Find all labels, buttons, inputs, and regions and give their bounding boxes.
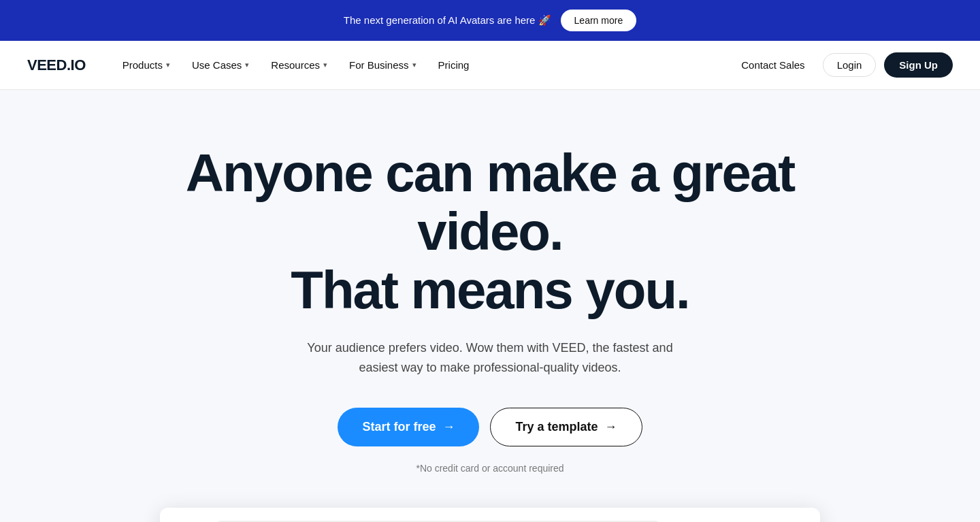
hero-title-line2: That means you. bbox=[291, 260, 689, 320]
announcement-bar: The next generation of AI Avatars are he… bbox=[0, 0, 980, 41]
login-button[interactable]: Login bbox=[823, 53, 877, 77]
no-credit-card-text: *No credit card or account required bbox=[416, 463, 564, 474]
editor-preview-bar: ↩ ↪ Export ↓ bbox=[160, 508, 820, 522]
chevron-down-icon: ▾ bbox=[323, 61, 327, 69]
nav-item-for-business[interactable]: For Business ▾ bbox=[340, 54, 426, 76]
try-a-template-label: Try a template bbox=[515, 420, 598, 434]
announcement-learn-more-button[interactable]: Learn more bbox=[561, 10, 637, 31]
nav-links: Products ▾ Use Cases ▾ Resources ▾ For B… bbox=[113, 54, 732, 76]
contact-sales-button[interactable]: Contact Sales bbox=[732, 54, 814, 76]
start-for-free-label: Start for free bbox=[362, 420, 436, 434]
signup-button[interactable]: Sign Up bbox=[884, 52, 953, 78]
logo[interactable]: VEED.IO bbox=[27, 56, 86, 74]
nav-item-resources[interactable]: Resources ▾ bbox=[261, 54, 337, 76]
nav-right: Contact Sales Login Sign Up bbox=[732, 52, 953, 78]
hero-section: Anyone can make a great video. That mean… bbox=[0, 90, 980, 522]
hero-title-line1: Anyone can make a great video. bbox=[186, 143, 795, 261]
chevron-down-icon: ▾ bbox=[166, 61, 170, 69]
nav-pricing-label: Pricing bbox=[438, 59, 470, 71]
hero-cta-group: Start for free → Try a template → bbox=[338, 408, 642, 446]
announcement-text: The next generation of AI Avatars are he… bbox=[344, 14, 551, 27]
nav-for-business-label: For Business bbox=[349, 59, 409, 71]
nav-products-label: Products bbox=[122, 59, 163, 71]
nav-use-cases-label: Use Cases bbox=[192, 59, 242, 71]
try-a-template-button[interactable]: Try a template → bbox=[490, 408, 642, 446]
start-for-free-button[interactable]: Start for free → bbox=[338, 408, 479, 446]
nav-item-products[interactable]: Products ▾ bbox=[113, 54, 180, 76]
arrow-right-icon: → bbox=[605, 420, 617, 434]
nav-item-pricing[interactable]: Pricing bbox=[429, 54, 479, 76]
hero-subtitle: Your audience prefers video. Wow them wi… bbox=[299, 338, 681, 378]
nav-item-use-cases[interactable]: Use Cases ▾ bbox=[182, 54, 259, 76]
nav-resources-label: Resources bbox=[271, 59, 320, 71]
chevron-down-icon: ▾ bbox=[412, 61, 416, 69]
hero-title: Anyone can make a great video. That mean… bbox=[184, 144, 796, 319]
chevron-down-icon: ▾ bbox=[245, 61, 249, 69]
navbar: VEED.IO Products ▾ Use Cases ▾ Resources… bbox=[0, 41, 980, 90]
arrow-right-icon: → bbox=[442, 420, 455, 434]
